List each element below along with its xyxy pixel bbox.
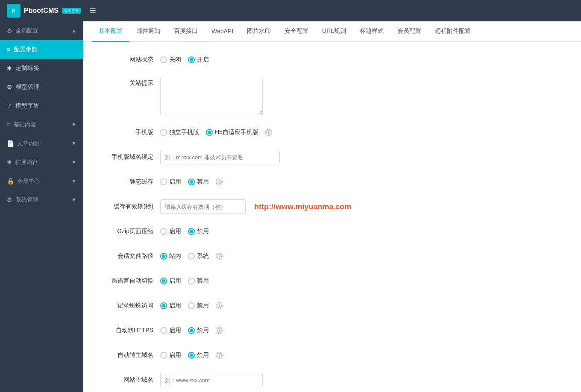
basic-icon: ≡	[7, 121, 10, 128]
radio-session-site-circle	[160, 253, 167, 260]
arrow-icon: ▼	[71, 197, 76, 203]
static-cache-info-icon[interactable]: ⓘ	[216, 178, 223, 185]
spider-log-enable[interactable]: 启用	[160, 302, 181, 310]
radio-gzip-disable-circle	[188, 228, 195, 235]
auto-https-info-icon[interactable]: ⓘ	[216, 327, 223, 334]
radio-session-system-label: 系统	[197, 252, 209, 260]
static-cache-enable[interactable]: 启用	[160, 178, 181, 186]
sidebar-label: 模型字段	[15, 102, 39, 110]
spider-log-info-icon[interactable]: ⓘ	[216, 302, 223, 309]
site-status-open[interactable]: 开启	[188, 56, 209, 64]
spider-log-disable[interactable]: 禁用	[188, 302, 209, 310]
mobile-version-control: 独立手机版 H5自适应手机版 ⓘ	[160, 129, 417, 136]
multilang-control: 启用 禁用	[160, 277, 417, 285]
main-domain-label: 网站主域名	[100, 376, 160, 384]
main-domain-input[interactable]	[160, 373, 263, 387]
mobile-standalone[interactable]: 独立手机版	[160, 129, 199, 136]
sidebar-item-global-config[interactable]: ⚙ 全局配置 ▲	[0, 21, 83, 40]
radio-multilang-disable-circle	[188, 278, 195, 284]
session-path-row: 会话文件路径 站内 系统 ⓘ	[100, 249, 564, 264]
fields-icon: ↗	[7, 102, 12, 109]
main-domain-control	[160, 373, 417, 387]
session-path-radio-group: 站内 系统	[160, 252, 209, 260]
site-status-label: 网站状态	[100, 56, 160, 64]
hamburger-icon[interactable]: ☰	[89, 6, 96, 15]
close-tip-row: 关站提示	[100, 77, 564, 115]
gzip-disable[interactable]: 禁用	[188, 228, 209, 235]
gzip-label: Gzip页面压缩	[100, 228, 160, 235]
logo: P PbootCMS V3.2.8	[7, 4, 81, 18]
arrow-icon: ▼	[71, 159, 76, 165]
tab-webapi[interactable]: WebAPI	[205, 22, 240, 41]
mobile-domain-control	[160, 150, 417, 164]
tab-security[interactable]: 安全配置	[278, 21, 315, 42]
tab-url[interactable]: URL规则	[315, 21, 353, 42]
auto-domain-control: 启用 禁用 ⓘ	[160, 351, 417, 359]
multilang-enable[interactable]: 启用	[160, 277, 181, 285]
sidebar-label: 文章内容	[18, 140, 40, 147]
radio-https-enable-circle	[160, 327, 167, 334]
gzip-enable[interactable]: 启用	[160, 228, 181, 235]
auto-https-enable[interactable]: 启用	[160, 327, 181, 334]
lock-icon: 🔒	[7, 178, 14, 184]
close-tip-label: 关站提示	[100, 77, 160, 87]
main-domain-row: 网站主域名	[100, 372, 564, 388]
sidebar-label: 全局配置	[16, 27, 38, 35]
auto-domain-info-icon[interactable]: ⓘ	[216, 352, 223, 359]
radio-h5-circle	[206, 129, 213, 136]
tab-baidu[interactable]: 百度接口	[167, 21, 205, 42]
sidebar-label: 扩展内容	[15, 158, 38, 166]
session-site[interactable]: 站内	[160, 252, 181, 260]
sidebar-item-system-manage[interactable]: ⚙ 系统管理 ▼	[0, 190, 83, 209]
radio-spider-enable-label: 启用	[169, 302, 181, 310]
sidebar-item-config-params[interactable]: ≡ 配置参数	[0, 40, 83, 59]
sidebar-item-extend-content[interactable]: ✱ 扩展内容 ▼	[0, 153, 83, 172]
sidebar-item-member-center[interactable]: 🔒 会员中心 ▼	[0, 172, 83, 190]
sidebar-label: 定制标签	[15, 64, 39, 72]
tab-bar: 基本配置 邮件通知 百度接口 WebAPI 图片水印 安全配置 URL规则 标题…	[83, 21, 581, 42]
session-path-info-icon[interactable]: ⓘ	[216, 253, 223, 260]
topbar: P PbootCMS V3.2.8 ☰	[0, 0, 581, 21]
sidebar-label: 基础内容	[14, 121, 36, 129]
site-status-close[interactable]: 关闭	[160, 56, 181, 64]
tab-basic[interactable]: 基本配置	[92, 21, 129, 42]
auto-https-row: 自动转HTTPS 启用 禁用 ⓘ	[100, 323, 564, 338]
site-status-radio-group: 关闭 开启	[160, 56, 209, 64]
sidebar-item-basic-content[interactable]: ≡ 基础内容 ▼	[0, 115, 83, 134]
tab-member[interactable]: 会员配置	[390, 21, 428, 42]
radio-gzip-enable-circle	[160, 228, 167, 235]
multilang-row: 跨语言自动切换 启用 禁用	[100, 273, 564, 289]
auto-domain-enable[interactable]: 启用	[160, 351, 181, 359]
session-system[interactable]: 系统	[188, 252, 209, 260]
site-status-control: 关闭 开启	[160, 56, 417, 64]
tab-remote-attach[interactable]: 远程附件配置	[428, 21, 478, 42]
multilang-disable[interactable]: 禁用	[188, 277, 209, 285]
auto-domain-disable[interactable]: 禁用	[188, 351, 209, 359]
mobile-domain-input[interactable]	[160, 150, 280, 164]
radio-https-enable-label: 启用	[169, 327, 181, 334]
mobile-version-label: 手机版	[100, 129, 160, 136]
static-cache-disable[interactable]: 禁用	[188, 178, 209, 186]
auto-https-disable[interactable]: 禁用	[188, 327, 209, 334]
close-tip-textarea[interactable]	[160, 77, 263, 115]
radio-cache-disable-label: 禁用	[197, 178, 209, 186]
static-cache-radio-group: 启用 禁用	[160, 178, 209, 186]
radio-open-label: 开启	[197, 56, 209, 64]
mobile-version-info-icon[interactable]: ⓘ	[265, 129, 272, 136]
tab-watermark[interactable]: 图片水印	[240, 21, 278, 42]
cache-ttl-input[interactable]	[160, 199, 246, 214]
spider-log-label: 记录蜘蛛访问	[100, 302, 160, 310]
tab-title-style[interactable]: 标题样式	[353, 21, 390, 42]
mobile-h5[interactable]: H5自适应手机版	[206, 129, 258, 136]
sidebar-item-article-content[interactable]: 📄 文章内容 ▼	[0, 134, 83, 153]
sidebar-item-model-fields[interactable]: ↗ 模型字段	[0, 97, 83, 115]
sidebar-item-model-manage[interactable]: ⚙ 模型管理	[0, 78, 83, 97]
list-icon: ≡	[7, 46, 10, 53]
sidebar-item-custom-tags[interactable]: ✱ 定制标签	[0, 59, 83, 78]
spider-log-control: 启用 禁用 ⓘ	[160, 302, 417, 310]
mobile-domain-row: 手机版域名绑定	[100, 149, 564, 165]
mobile-domain-label: 手机版域名绑定	[100, 153, 160, 161]
tab-mail[interactable]: 邮件通知	[129, 21, 167, 42]
radio-gzip-enable-label: 启用	[169, 228, 181, 235]
close-tip-control	[160, 77, 417, 115]
